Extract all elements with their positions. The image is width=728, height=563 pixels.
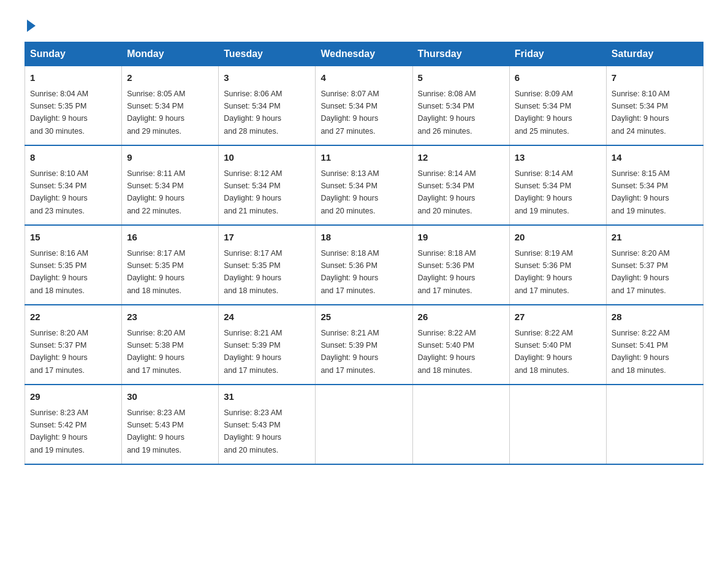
day-number: 3 xyxy=(224,71,310,85)
day-number: 15 xyxy=(30,231,116,245)
calendar-day-cell: 4 Sunrise: 8:07 AMSunset: 5:34 PMDayligh… xyxy=(316,66,412,146)
calendar-day-cell: 18 Sunrise: 8:18 AMSunset: 5:36 PMDaylig… xyxy=(316,225,412,305)
day-number: 28 xyxy=(612,310,698,324)
day-info: Sunrise: 8:23 AMSunset: 5:43 PMDaylight:… xyxy=(224,408,282,454)
day-number: 18 xyxy=(320,231,407,245)
day-info: Sunrise: 8:23 AMSunset: 5:43 PMDaylight:… xyxy=(127,408,185,454)
day-number: 22 xyxy=(30,310,116,324)
day-number: 13 xyxy=(515,151,601,165)
day-number: 7 xyxy=(612,71,698,85)
calendar-header-row: SundayMondayTuesdayWednesdayThursdayFrid… xyxy=(25,42,703,66)
day-number: 29 xyxy=(30,390,116,404)
day-number: 2 xyxy=(127,71,213,85)
day-info: Sunrise: 8:20 AMSunset: 5:37 PMDaylight:… xyxy=(30,329,88,375)
day-info: Sunrise: 8:09 AMSunset: 5:34 PMDaylight:… xyxy=(515,90,573,136)
day-info: Sunrise: 8:16 AMSunset: 5:35 PMDaylight:… xyxy=(30,249,88,295)
calendar-day-cell: 22 Sunrise: 8:20 AMSunset: 5:37 PMDaylig… xyxy=(25,305,122,385)
calendar-week-row: 22 Sunrise: 8:20 AMSunset: 5:37 PMDaylig… xyxy=(25,305,703,385)
day-info: Sunrise: 8:08 AMSunset: 5:34 PMDaylight:… xyxy=(418,90,476,136)
calendar-header-thursday: Thursday xyxy=(412,42,509,66)
calendar-week-row: 15 Sunrise: 8:16 AMSunset: 5:35 PMDaylig… xyxy=(25,225,703,305)
calendar-week-row: 29 Sunrise: 8:23 AMSunset: 5:42 PMDaylig… xyxy=(25,385,703,464)
calendar-table: SundayMondayTuesdayWednesdayThursdayFrid… xyxy=(25,42,703,465)
day-info: Sunrise: 8:22 AMSunset: 5:40 PMDaylight:… xyxy=(515,329,573,375)
day-info: Sunrise: 8:23 AMSunset: 5:42 PMDaylight:… xyxy=(30,408,88,454)
calendar-header-saturday: Saturday xyxy=(606,42,703,66)
calendar-day-cell: 29 Sunrise: 8:23 AMSunset: 5:42 PMDaylig… xyxy=(25,385,122,464)
calendar-day-cell: 5 Sunrise: 8:08 AMSunset: 5:34 PMDayligh… xyxy=(412,66,509,146)
day-number: 24 xyxy=(224,310,310,324)
day-number: 14 xyxy=(612,151,698,165)
calendar-day-cell: 11 Sunrise: 8:13 AMSunset: 5:34 PMDaylig… xyxy=(316,145,412,225)
calendar-day-cell: 16 Sunrise: 8:17 AMSunset: 5:35 PMDaylig… xyxy=(122,225,219,305)
day-info: Sunrise: 8:19 AMSunset: 5:36 PMDaylight:… xyxy=(515,249,573,295)
day-info: Sunrise: 8:20 AMSunset: 5:37 PMDaylight:… xyxy=(612,249,670,295)
day-number: 6 xyxy=(515,71,601,85)
calendar-day-cell: 12 Sunrise: 8:14 AMSunset: 5:34 PMDaylig… xyxy=(412,145,509,225)
calendar-day-cell: 14 Sunrise: 8:15 AMSunset: 5:34 PMDaylig… xyxy=(606,145,703,225)
day-number: 10 xyxy=(224,151,310,165)
day-info: Sunrise: 8:18 AMSunset: 5:36 PMDaylight:… xyxy=(418,249,476,295)
calendar-day-cell: 24 Sunrise: 8:21 AMSunset: 5:39 PMDaylig… xyxy=(219,305,316,385)
day-number: 19 xyxy=(418,231,504,245)
calendar-day-cell: 1 Sunrise: 8:04 AMSunset: 5:35 PMDayligh… xyxy=(25,66,122,146)
calendar-header-friday: Friday xyxy=(509,42,606,66)
day-info: Sunrise: 8:10 AMSunset: 5:34 PMDaylight:… xyxy=(612,90,670,136)
logo xyxy=(25,18,36,29)
calendar-day-cell xyxy=(509,385,606,464)
day-number: 26 xyxy=(418,310,504,324)
day-info: Sunrise: 8:10 AMSunset: 5:34 PMDaylight:… xyxy=(30,169,88,215)
calendar-day-cell: 23 Sunrise: 8:20 AMSunset: 5:38 PMDaylig… xyxy=(122,305,219,385)
day-number: 20 xyxy=(515,231,601,245)
day-info: Sunrise: 8:20 AMSunset: 5:38 PMDaylight:… xyxy=(127,329,185,375)
calendar-day-cell xyxy=(606,385,703,464)
day-number: 4 xyxy=(320,71,407,85)
calendar-day-cell: 25 Sunrise: 8:21 AMSunset: 5:39 PMDaylig… xyxy=(316,305,412,385)
day-number: 31 xyxy=(224,390,310,404)
calendar-day-cell: 17 Sunrise: 8:17 AMSunset: 5:35 PMDaylig… xyxy=(219,225,316,305)
day-info: Sunrise: 8:13 AMSunset: 5:34 PMDaylight:… xyxy=(320,169,379,215)
calendar-day-cell: 30 Sunrise: 8:23 AMSunset: 5:43 PMDaylig… xyxy=(122,385,219,464)
day-number: 30 xyxy=(127,390,213,404)
day-number: 12 xyxy=(418,151,504,165)
calendar-week-row: 1 Sunrise: 8:04 AMSunset: 5:35 PMDayligh… xyxy=(25,66,703,146)
day-number: 11 xyxy=(320,151,407,165)
day-info: Sunrise: 8:04 AMSunset: 5:35 PMDaylight:… xyxy=(30,90,88,136)
day-info: Sunrise: 8:15 AMSunset: 5:34 PMDaylight:… xyxy=(612,169,670,215)
calendar-header-monday: Monday xyxy=(122,42,219,66)
calendar-day-cell: 21 Sunrise: 8:20 AMSunset: 5:37 PMDaylig… xyxy=(606,225,703,305)
calendar-day-cell xyxy=(412,385,509,464)
calendar-header-tuesday: Tuesday xyxy=(219,42,316,66)
day-info: Sunrise: 8:11 AMSunset: 5:34 PMDaylight:… xyxy=(127,169,185,215)
calendar-day-cell: 6 Sunrise: 8:09 AMSunset: 5:34 PMDayligh… xyxy=(509,66,606,146)
page-header xyxy=(25,18,703,29)
calendar-day-cell: 31 Sunrise: 8:23 AMSunset: 5:43 PMDaylig… xyxy=(219,385,316,464)
day-info: Sunrise: 8:21 AMSunset: 5:39 PMDaylight:… xyxy=(320,329,379,375)
calendar-header-wednesday: Wednesday xyxy=(316,42,412,66)
day-info: Sunrise: 8:22 AMSunset: 5:40 PMDaylight:… xyxy=(418,329,476,375)
calendar-day-cell: 27 Sunrise: 8:22 AMSunset: 5:40 PMDaylig… xyxy=(509,305,606,385)
day-info: Sunrise: 8:14 AMSunset: 5:34 PMDaylight:… xyxy=(515,169,573,215)
day-number: 16 xyxy=(127,231,213,245)
day-number: 17 xyxy=(224,231,310,245)
day-number: 23 xyxy=(127,310,213,324)
day-info: Sunrise: 8:17 AMSunset: 5:35 PMDaylight:… xyxy=(127,249,185,295)
calendar-day-cell: 15 Sunrise: 8:16 AMSunset: 5:35 PMDaylig… xyxy=(25,225,122,305)
calendar-day-cell: 28 Sunrise: 8:22 AMSunset: 5:41 PMDaylig… xyxy=(606,305,703,385)
day-info: Sunrise: 8:06 AMSunset: 5:34 PMDaylight:… xyxy=(224,90,282,136)
day-info: Sunrise: 8:21 AMSunset: 5:39 PMDaylight:… xyxy=(224,329,282,375)
day-number: 25 xyxy=(320,310,407,324)
day-info: Sunrise: 8:18 AMSunset: 5:36 PMDaylight:… xyxy=(320,249,379,295)
calendar-day-cell: 10 Sunrise: 8:12 AMSunset: 5:34 PMDaylig… xyxy=(219,145,316,225)
calendar-day-cell: 20 Sunrise: 8:19 AMSunset: 5:36 PMDaylig… xyxy=(509,225,606,305)
day-info: Sunrise: 8:12 AMSunset: 5:34 PMDaylight:… xyxy=(224,169,282,215)
calendar-day-cell xyxy=(316,385,412,464)
day-number: 21 xyxy=(612,231,698,245)
day-info: Sunrise: 8:17 AMSunset: 5:35 PMDaylight:… xyxy=(224,249,282,295)
day-info: Sunrise: 8:07 AMSunset: 5:34 PMDaylight:… xyxy=(320,90,379,136)
calendar-day-cell: 19 Sunrise: 8:18 AMSunset: 5:36 PMDaylig… xyxy=(412,225,509,305)
calendar-day-cell: 7 Sunrise: 8:10 AMSunset: 5:34 PMDayligh… xyxy=(606,66,703,146)
day-number: 1 xyxy=(30,71,116,85)
logo-arrow-icon xyxy=(27,20,36,32)
calendar-day-cell: 13 Sunrise: 8:14 AMSunset: 5:34 PMDaylig… xyxy=(509,145,606,225)
